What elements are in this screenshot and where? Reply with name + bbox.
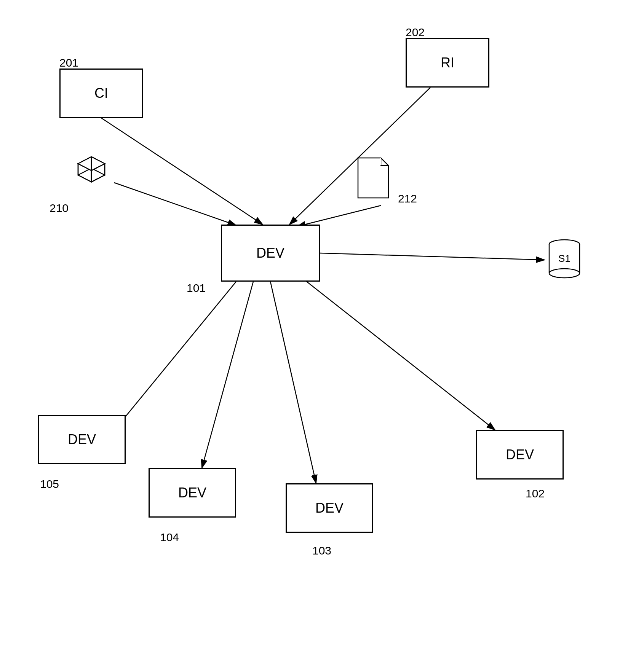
dev-main-label: DEV — [256, 245, 284, 261]
svg-line-7 — [202, 282, 253, 468]
label-202: 202 — [406, 26, 425, 39]
label-102: 102 — [526, 487, 545, 500]
dev-105-node: DEV — [38, 415, 126, 464]
ri-node: RI — [406, 38, 489, 88]
ri-label: RI — [441, 55, 454, 71]
s1-cylinder: S1 — [545, 236, 585, 282]
dev-103-label: DEV — [315, 500, 344, 516]
label-201: 201 — [59, 56, 78, 69]
dev-102-label: DEV — [506, 447, 534, 463]
svg-line-4 — [297, 206, 381, 226]
svg-line-3 — [114, 183, 236, 225]
dev-main-node: DEV — [221, 225, 320, 282]
dev-104-node: DEV — [149, 468, 236, 518]
dev-102-node: DEV — [476, 430, 564, 480]
dev-104-label: DEV — [178, 485, 206, 501]
label-212: 212 — [398, 192, 417, 205]
cube-icon — [70, 148, 112, 190]
svg-line-1 — [101, 118, 263, 225]
document-icon — [354, 156, 392, 200]
dev-103-node: DEV — [286, 483, 373, 533]
svg-line-8 — [270, 282, 316, 483]
label-101: 101 — [187, 282, 206, 295]
svg-line-9 — [297, 274, 495, 430]
diagram: CI 201 RI 202 210 212 DEV 101 S1 — [0, 0, 644, 658]
svg-text:S1: S1 — [558, 253, 570, 264]
label-103: 103 — [312, 544, 331, 557]
svg-line-6 — [107, 282, 236, 440]
ci-node: CI — [59, 69, 143, 118]
label-105: 105 — [40, 478, 59, 491]
label-210: 210 — [50, 202, 69, 215]
ci-label: CI — [94, 85, 108, 101]
dev-105-label: DEV — [68, 432, 96, 448]
svg-point-22 — [549, 269, 580, 278]
svg-line-5 — [320, 253, 545, 260]
label-104: 104 — [160, 531, 179, 544]
